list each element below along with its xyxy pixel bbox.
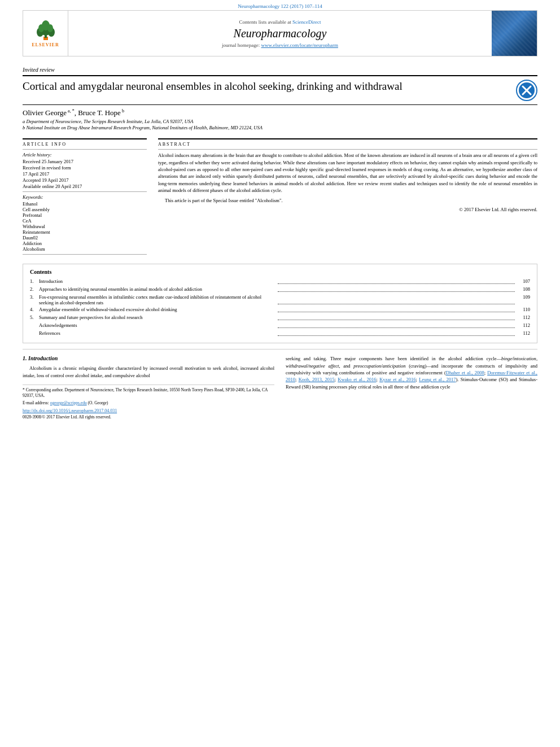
svg-point-7 [47,24,53,32]
article-title: Cortical and amygdalar neuronal ensemble… [23,80,516,94]
contents-item-1: 1. Introduction 107 [30,278,530,285]
elsevier-logo: ELSEVIER [32,20,59,47]
journal-thumbnail [492,11,537,56]
journal-ref-header: Neuropharmacology 122 (2017) 107–114 [0,0,560,10]
journal-title: Neuropharmacology [234,27,327,40]
kw-reinstatement: Reinstatement [23,229,147,235]
contents-page-5: 112 [517,314,530,320]
contents-num-4: 4. [30,307,39,312]
kw-ethanol: Ethanol [23,201,147,207]
abstract-text: Alcohol induces many alterations in the … [158,152,537,194]
received-line: Received 25 January 2017 [23,159,147,164]
ref-leung[interactable]: Leung et al., 2017 [419,377,456,382]
contents-item-2: 2. Approaches to identifying neuronal en… [30,286,530,293]
kw-withdrawal: Withdrawal [23,224,147,229]
ref-koob[interactable]: Koob, 2013, 2015 [299,377,335,382]
contents-item-4: 4. Amygdalar ensemble of withdrawal-indu… [30,307,530,313]
article-info-col: ARTICLE INFO Article history: Received 2… [23,136,147,257]
intro-left-col: 1. Introduction Alcoholism is a chronic … [23,355,274,420]
ref-kyzar[interactable]: Kyzar et al., 2016 [379,377,415,382]
contents-box: Contents 1. Introduction 107 2. Approach… [23,264,537,343]
content-area: Invited review Cortical and amygdalar ne… [0,56,560,420]
contents-dots-ref [278,330,515,336]
contents-dots-4 [278,307,515,312]
abstract-label-rule [158,149,537,150]
affil-sup-a: a, * [67,108,75,113]
contents-text-ack: Acknowledgements [39,322,276,328]
kw-addiction: Addiction [23,241,147,246]
revised2-line: 17 April 2017 [23,171,147,177]
contents-text-5: Summary and future perspectives for alco… [39,314,276,320]
affiliation-b: b National Institute on Drug Abuse Intra… [23,125,537,130]
kw-prefrontal: Prefrontal [23,212,147,218]
contents-num-2: 2. [30,286,39,292]
info-bottom-rule [23,254,147,255]
affiliation-a: a Department of Neuroscience, The Scripp… [23,119,537,124]
homepage-line: journal homepage: www.elsevier.com/locat… [222,42,338,48]
intro-section: 1. Introduction Alcoholism is a chronic … [23,355,537,420]
contents-page-3: 109 [517,294,530,300]
available-line: Available online 20 April 2017 [23,184,147,189]
email-link[interactable]: ogeorge@scripps.edu [50,400,87,405]
ref-kwako[interactable]: Kwako et al., 2016 [338,377,376,382]
journal-header: ELSEVIER Contents lists available at Sci… [23,10,537,56]
contents-text-1: Introduction [39,278,276,284]
contents-text-3: Fos-expressing neuronal ensembles in inf… [39,294,276,305]
contents-item-3: 3. Fos-expressing neuronal ensembles in … [30,294,530,305]
article-type: Invited review [23,67,537,73]
intro-right-col: seeking and taking. Three major componen… [286,355,537,420]
contents-page-2: 108 [517,286,530,292]
history-label: Article history: [23,152,147,158]
contents-page-ref: 112 [517,330,530,336]
elsevier-tree-icon [33,20,58,41]
abstract-label: ABSTRACT [158,142,537,147]
doi-link[interactable]: http://dx.doi.org/10.1016/j.neuropharm.2… [23,408,117,413]
author-name-2: Bruce T. Hope [78,108,121,117]
info-top-rule [23,138,147,139]
abstract-copyright: © 2017 Elsevier Ltd. All rights reserved… [158,207,537,212]
contents-dots-2 [278,286,515,292]
sciencedirect-link[interactable]: ScienceDirect [292,19,321,25]
journal-cover-image [492,11,537,56]
contents-dots-5 [278,314,515,320]
info-abstract-row: ARTICLE INFO Article history: Received 2… [23,136,537,257]
affil-sup-b: b [121,108,124,113]
kw-cell: Cell assembly [23,207,147,212]
footnote-email: E-mail address: ogeorge@scripps.edu (O. … [23,400,274,407]
authors-line: Olivier George a, *, Bruce T. Hope b [23,108,537,117]
ref-dhaher[interactable]: Dhaher et al., 2008 [446,370,484,375]
abstract-top-rule [158,138,537,139]
contents-page-ack: 112 [517,322,530,328]
abstract-col: ABSTRACT Alcohol induces many alteration… [158,136,537,257]
homepage-link[interactable]: www.elsevier.com/locate/neuropharm [261,42,338,48]
accepted-line: Accepted 19 April 2017 [23,177,147,183]
contents-text-2: Approaches to identifying neuronal ensem… [39,286,276,292]
contents-dots-3 [278,299,515,304]
page: Neuropharmacology 122 (2017) 107–114 ELS… [0,0,560,747]
kw-cea: CeA [23,218,147,224]
contents-dots-ack [278,322,515,328]
intro-para-1: Alcoholism is a chronic relapsing disord… [23,365,274,379]
contents-text-4: Amygdalar ensemble of withdrawal-induced… [39,307,276,312]
contents-title: Contents [30,269,530,275]
intro-right-para-1: seeking and taking. Three major componen… [286,355,537,390]
info-label-rule [23,149,147,150]
kw-alcoholism: Alcoholism [23,246,147,252]
keywords-label: Keywords: [23,194,147,200]
contents-page-1: 107 [517,278,530,284]
sciencedirect-line: Contents lists available at ScienceDirec… [239,19,321,25]
elsevier-label: ELSEVIER [32,42,59,47]
crossmark-badge [516,80,537,101]
article-info-label: ARTICLE INFO [23,142,147,147]
footnote-corresponding: * Corresponding author. Department of Ne… [23,387,274,399]
title-bottom-rule [23,104,537,105]
contents-num-3: 3. [30,294,39,300]
footnote-area: * Corresponding author. Department of Ne… [23,385,274,420]
kw-daun02: Daun02 [23,235,147,241]
contents-dots-1 [278,278,515,284]
section-divider [23,349,537,350]
journal-ref-text: Neuropharmacology 122 (2017) 107–114 [238,3,322,9]
keywords-rule [23,191,147,192]
contents-text-ref: References [39,330,276,336]
crossmark-icon [516,80,537,101]
